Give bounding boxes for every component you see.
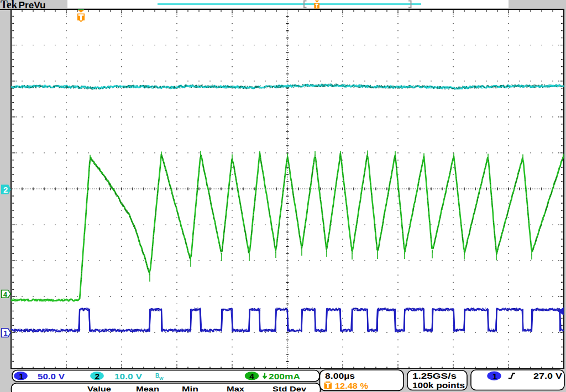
svg-text:Std Dev: Std Dev [272, 385, 307, 392]
svg-text:50.0 V: 50.0 V [38, 372, 65, 381]
svg-text:Max: Max [227, 385, 245, 392]
svg-text:1.25GS/s: 1.25GS/s [412, 372, 457, 380]
svg-text:10.0 V: 10.0 V [114, 372, 142, 381]
svg-text:Mean: Mean [136, 385, 159, 392]
svg-text:12.48 %: 12.48 % [335, 382, 368, 390]
svg-text:1: 1 [492, 372, 497, 381]
svg-text:PreVu: PreVu [19, 0, 46, 10]
svg-text:8.00µs: 8.00µs [325, 371, 355, 380]
svg-text:W: W [159, 376, 164, 381]
svg-text:Min: Min [182, 385, 198, 392]
svg-text:1: 1 [3, 329, 8, 337]
svg-text:200mA: 200mA [269, 372, 300, 381]
svg-text:27.0 V: 27.0 V [533, 372, 562, 380]
svg-text:Value: Value [87, 385, 111, 392]
svg-text:100k points: 100k points [412, 381, 465, 390]
svg-text:1: 1 [19, 372, 24, 381]
svg-text:2: 2 [95, 372, 100, 381]
svg-text:4: 4 [3, 290, 8, 299]
svg-text:4: 4 [249, 372, 254, 381]
svg-text:2: 2 [3, 185, 8, 194]
